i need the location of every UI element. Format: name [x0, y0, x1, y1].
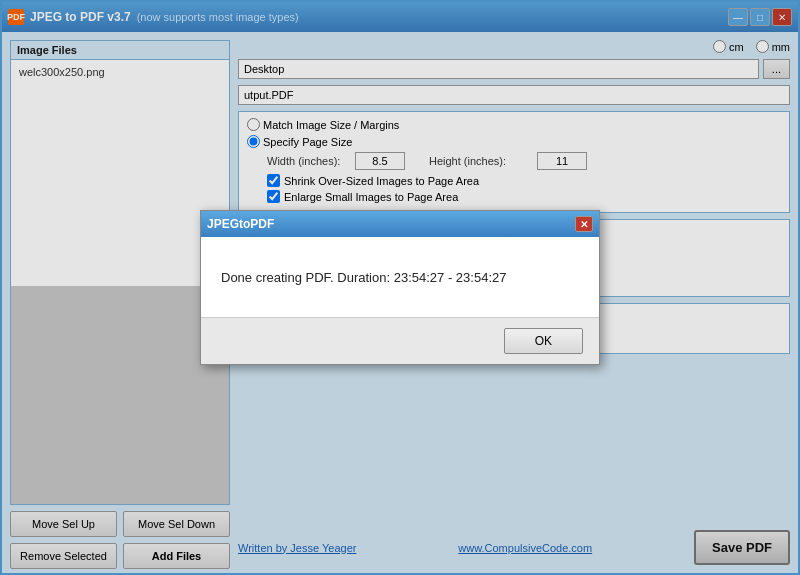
modal-close-button[interactable]: ✕	[575, 216, 593, 232]
modal-overlay: JPEGtoPDF ✕ Done creating PDF. Duration:…	[2, 2, 798, 573]
modal-dialog: JPEGtoPDF ✕ Done creating PDF. Duration:…	[200, 210, 600, 365]
modal-title: JPEGtoPDF	[207, 217, 274, 231]
modal-message: Done creating PDF. Duration: 23:54:27 - …	[221, 270, 506, 285]
main-window: PDF JPEG to PDF v3.7 (now supports most …	[0, 0, 800, 575]
modal-body: Done creating PDF. Duration: 23:54:27 - …	[201, 237, 599, 317]
modal-ok-button[interactable]: OK	[504, 328, 583, 354]
modal-title-bar: JPEGtoPDF ✕	[201, 211, 599, 237]
modal-footer: OK	[201, 317, 599, 364]
